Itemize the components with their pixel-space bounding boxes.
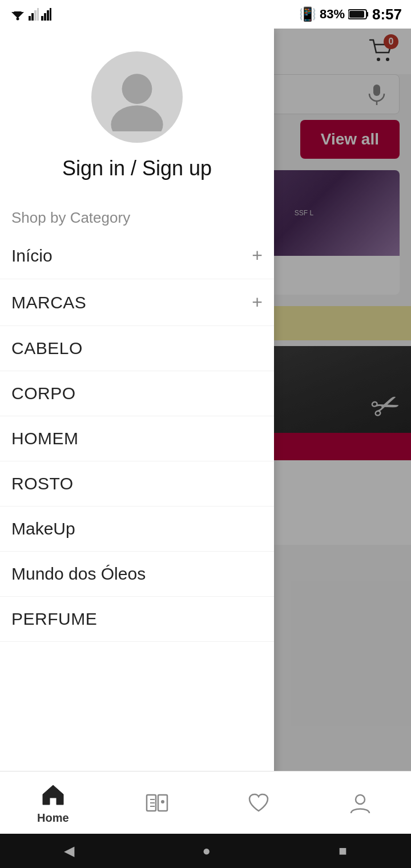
home-nav-icon <box>39 781 67 808</box>
avatar-image <box>103 63 171 131</box>
category-item-4[interactable]: HOMEM <box>0 416 274 461</box>
svg-rect-12 <box>366 12 368 17</box>
heart-nav-icon <box>245 789 272 817</box>
category-label-1: MARCAS <box>11 293 86 312</box>
category-plus-icon-0[interactable]: + <box>252 245 263 266</box>
battery-icon <box>348 9 369 20</box>
side-drawer: Sign in / Sign up Shop by Category Iníci… <box>0 29 274 805</box>
category-label-8: PERFUME <box>11 609 97 629</box>
svg-rect-4 <box>31 13 34 21</box>
home-nav-label: Home <box>37 811 69 825</box>
svg-point-25 <box>161 800 164 803</box>
category-plus-icon-1[interactable]: + <box>252 292 263 313</box>
category-item-8[interactable]: PERFUME <box>0 597 274 642</box>
category-item-3[interactable]: CORPO <box>0 371 274 416</box>
nav-item-palette[interactable] <box>143 789 171 817</box>
category-label-6: MakeUp <box>11 519 75 539</box>
sign-in-label[interactable]: Sign in / Sign up <box>62 156 212 180</box>
svg-rect-3 <box>29 16 31 21</box>
profile-nav-icon <box>346 789 374 817</box>
category-item-1[interactable]: MARCAS+ <box>0 279 274 326</box>
palette-nav-icon <box>143 789 171 817</box>
dim-overlay[interactable] <box>274 29 411 805</box>
svg-rect-9 <box>47 10 49 21</box>
time-display: 8:57 <box>372 6 402 23</box>
home-button[interactable]: ● <box>202 843 211 859</box>
svg-rect-7 <box>41 16 43 21</box>
nav-item-home[interactable]: Home <box>37 781 69 825</box>
svg-point-26 <box>356 795 365 804</box>
category-item-5[interactable]: ROSTO <box>0 461 274 507</box>
nav-item-profile[interactable] <box>346 789 374 817</box>
category-label-3: CORPO <box>11 384 76 403</box>
wifi-icon <box>9 8 26 21</box>
svg-rect-5 <box>34 10 37 21</box>
svg-point-18 <box>122 74 152 104</box>
category-item-7[interactable]: Mundo dos Óleos <box>0 552 274 597</box>
svg-rect-8 <box>44 13 46 21</box>
svg-point-19 <box>111 105 163 131</box>
vibrate-icon: 📳 <box>299 6 316 22</box>
category-label-2: CABELO <box>11 339 83 358</box>
category-label-5: ROSTO <box>11 474 74 493</box>
category-item-6[interactable]: MakeUp <box>0 507 274 552</box>
battery-percent: 83% <box>320 7 345 22</box>
signal2-icon <box>41 8 51 21</box>
category-label-0: Início <box>11 246 53 266</box>
svg-rect-10 <box>50 8 51 21</box>
bottom-nav: Home <box>0 771 411 834</box>
status-bar-left <box>9 8 51 21</box>
nav-item-wishlist[interactable] <box>245 789 272 817</box>
avatar[interactable] <box>91 51 183 143</box>
avatar-section: Sign in / Sign up <box>0 29 274 198</box>
recent-button[interactable]: ■ <box>339 843 347 859</box>
category-list: Início+MARCAS+CABELOCORPOHOMEMROSTOMakeU… <box>0 232 274 642</box>
category-label-7: Mundo dos Óleos <box>11 564 146 584</box>
signal1-icon <box>29 8 39 21</box>
android-nav-bar: ◀ ● ■ <box>0 834 411 868</box>
category-item-0[interactable]: Início+ <box>0 232 274 279</box>
status-bar-right: 📳 83% 8:57 <box>299 6 402 23</box>
svg-rect-6 <box>37 8 39 21</box>
category-item-2[interactable]: CABELO <box>0 326 274 371</box>
svg-point-2 <box>17 18 19 21</box>
svg-rect-13 <box>349 11 364 18</box>
category-label-4: HOMEM <box>11 429 79 448</box>
shop-by-category-label: Shop by Category <box>0 198 274 232</box>
status-bar: 📳 83% 8:57 <box>0 0 411 29</box>
back-button[interactable]: ◀ <box>64 843 74 859</box>
